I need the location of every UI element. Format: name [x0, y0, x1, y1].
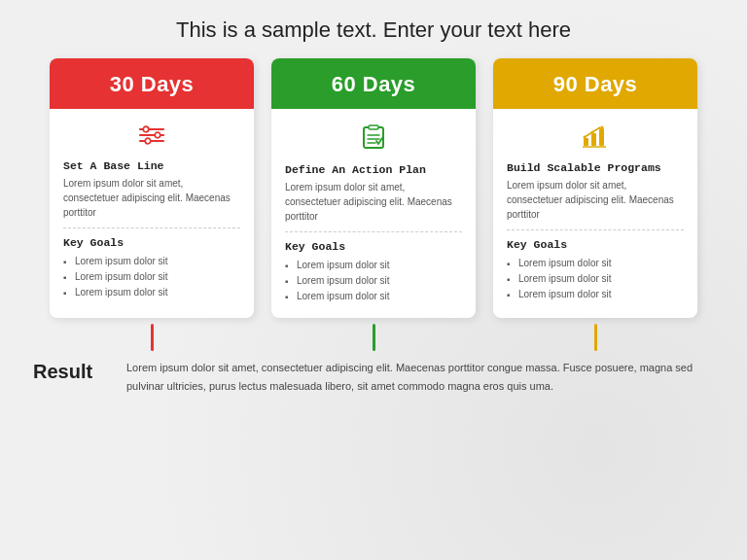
key-goals-title-60days: Key Goals	[285, 240, 462, 253]
card-section-title-30days: Set A Base Line	[63, 159, 240, 172]
card-header-60days: 60 Days	[271, 58, 476, 109]
chart-icon	[507, 124, 684, 154]
svg-rect-7	[369, 125, 378, 129]
svg-point-15	[584, 136, 587, 139]
svg-point-5	[145, 138, 151, 144]
timeline-marker-30days	[50, 324, 254, 351]
svg-rect-6	[364, 127, 383, 148]
card-30days: 30 Days Set A Base Line Lorem ipsum dolo…	[50, 58, 254, 318]
result-label: Result	[33, 359, 111, 383]
timeline-marker-60days	[271, 324, 476, 351]
goal-item: Lorem ipsum dolor sit	[507, 287, 684, 302]
card-divider-90days	[507, 229, 684, 230]
goal-item: Lorem ipsum dolor sit	[63, 285, 240, 300]
card-desc-30days: Lorem ipsum dolor sit amet, consectetuer…	[63, 176, 240, 220]
card-header-90days: 90 Days	[493, 58, 697, 109]
result-row: Result Lorem ipsum dolor sit amet, conse…	[29, 359, 718, 395]
svg-point-3	[143, 126, 149, 132]
timeline-line-green	[373, 324, 375, 351]
card-desc-90days: Lorem ipsum dolor sit amet, consectetuer…	[507, 178, 684, 222]
goal-item: Lorem ipsum dolor sit	[507, 271, 684, 287]
svg-point-16	[591, 131, 594, 134]
card-body-90days: Build Scalable Programs Lorem ipsum dolo…	[493, 109, 697, 318]
goal-item: Lorem ipsum dolor sit	[285, 273, 462, 289]
goal-item: Lorem ipsum dolor sit	[285, 258, 462, 273]
page-title: This is a sample text. Enter your text h…	[29, 18, 718, 43]
goal-item: Lorem ipsum dolor sit	[507, 256, 684, 271]
key-goals-list-90days: Lorem ipsum dolor sit Lorem ipsum dolor …	[507, 256, 684, 302]
card-desc-60days: Lorem ipsum dolor sit amet, consectetuer…	[285, 180, 462, 224]
timeline-line-red	[151, 324, 154, 351]
timeline-marker-90days	[493, 324, 697, 351]
card-divider-60days	[285, 231, 462, 232]
settings-icon	[63, 124, 240, 152]
card-body-30days: Set A Base Line Lorem ipsum dolor sit am…	[50, 109, 254, 318]
svg-point-17	[601, 126, 604, 129]
goal-item: Lorem ipsum dolor sit	[285, 289, 462, 304]
result-text: Lorem ipsum dolor sit amet, consectetuer…	[126, 359, 714, 395]
timeline-row	[29, 324, 718, 351]
svg-rect-13	[599, 128, 604, 146]
card-section-title-60days: Define An Action Plan	[285, 163, 462, 176]
svg-rect-12	[591, 133, 596, 146]
timeline-line-yellow	[594, 324, 597, 351]
svg-rect-11	[584, 138, 588, 146]
card-60days: 60 Days Define An Action Plan Lorem ipsu…	[271, 58, 476, 318]
key-goals-title-30days: Key Goals	[63, 236, 240, 249]
card-section-title-90days: Build Scalable Programs	[507, 161, 684, 174]
key-goals-list-30days: Lorem ipsum dolor sit Lorem ipsum dolor …	[63, 254, 240, 300]
goal-item: Lorem ipsum dolor sit	[63, 269, 240, 285]
svg-point-4	[155, 132, 160, 138]
clipboard-icon	[285, 124, 462, 156]
goal-item: Lorem ipsum dolor sit	[63, 254, 240, 269]
key-goals-title-90days: Key Goals	[507, 238, 684, 251]
card-90days: 90 Days Build Scalable Programs Lorem ip…	[493, 58, 697, 318]
cards-row: 30 Days Set A Base Line Lorem ipsum dolo…	[29, 58, 718, 318]
card-header-30days: 30 Days	[50, 58, 254, 109]
card-body-60days: Define An Action Plan Lorem ipsum dolor …	[271, 109, 476, 318]
key-goals-list-60days: Lorem ipsum dolor sit Lorem ipsum dolor …	[285, 258, 462, 304]
card-divider-30days	[63, 228, 240, 228]
